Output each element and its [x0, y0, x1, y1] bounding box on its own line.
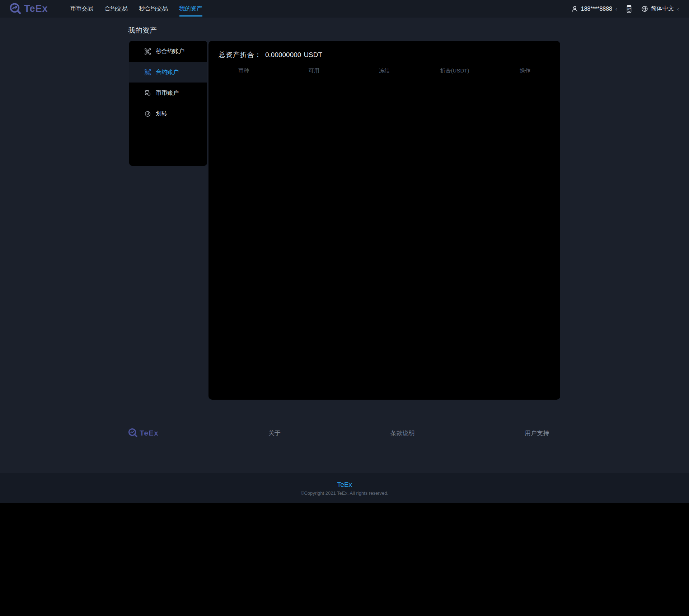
assets-panel: 总资产折合：0.00000000USDT 币种 可用 冻结 折合(USDT) 操…	[208, 41, 560, 400]
language-chevron-icon: ‹	[677, 6, 679, 12]
scan-clock-icon	[144, 48, 151, 55]
sidebar-item-second-contract-account[interactable]: 秒合约账户	[129, 41, 207, 62]
transfer-icon	[144, 110, 151, 117]
magnifier-trend-icon	[128, 428, 139, 438]
total-assets-unit: USDT	[304, 51, 322, 58]
top-navbar: TeEx 币币交易 合约交易 秒合约交易 我的资产 188****8888 ‹	[0, 0, 689, 18]
footer-link-support[interactable]: 用户支持	[525, 429, 549, 437]
page-title: 我的资产	[128, 25, 689, 35]
brand-logo-text: TeEx	[24, 3, 48, 14]
page: TeEx 币币交易 合约交易 秒合约交易 我的资产 188****8888 ‹	[0, 0, 689, 503]
sidebar-item-label: 秒合约账户	[156, 48, 184, 55]
user-icon	[571, 5, 578, 13]
column-header-converted-usdt: 折合(USDT)	[420, 67, 490, 74]
column-header-available: 可用	[279, 67, 349, 74]
app-icon-label: APP	[627, 8, 631, 10]
scan-clock-icon	[144, 69, 151, 76]
user-menu[interactable]: 188****8888 ‹	[571, 5, 617, 13]
nav-item-second-contract-trade[interactable]: 秒合约交易	[133, 0, 174, 18]
sidebar-item-spot-account[interactable]: 币币账户	[129, 83, 207, 103]
bottom-brand[interactable]: TeEx	[337, 481, 352, 489]
coins-icon	[144, 90, 151, 97]
content-row: 秒合约账户 合约账户	[129, 41, 689, 400]
assets-table: 币种 可用 冻结 折合(USDT) 操作	[208, 67, 560, 146]
navbar-right: 188****8888 ‹ APP	[571, 0, 679, 18]
total-assets-label: 总资产折合：	[219, 51, 262, 58]
sidebar-item-contract-account[interactable]: 合约账户	[129, 62, 207, 83]
copyright-text: ©Copyright 2021 TeEx. All rights reserve…	[301, 490, 388, 496]
nav-item-my-assets[interactable]: 我的资产	[174, 0, 208, 18]
main-nav: 币币交易 合约交易 秒合约交易 我的资产	[65, 0, 208, 18]
column-header-actions: 操作	[490, 67, 560, 74]
bottom-bar: TeEx ©Copyright 2021 TeEx. All rights re…	[0, 473, 689, 503]
assets-sidebar: 秒合约账户 合约账户	[129, 41, 207, 166]
app-download-icon[interactable]: APP	[625, 5, 633, 13]
column-header-coin: 币种	[208, 67, 279, 74]
nav-item-spot-trade[interactable]: 币币交易	[65, 0, 99, 18]
footer: TeEx 关于 条款说明 用户支持	[0, 420, 689, 446]
total-assets-value: 0.00000000	[265, 51, 301, 58]
assets-table-body	[208, 74, 560, 146]
column-header-frozen: 冻结	[349, 67, 420, 74]
sidebar-item-label: 划转	[156, 110, 167, 118]
total-assets-line: 总资产折合：0.00000000USDT	[208, 50, 560, 60]
sidebar-item-label: 合约账户	[156, 69, 179, 76]
brand-logo[interactable]: TeEx	[9, 0, 48, 18]
user-phone: 188****8888	[581, 6, 612, 12]
user-chevron-icon: ‹	[615, 6, 617, 12]
language-selector[interactable]: 简体中文 ‹	[641, 5, 679, 13]
nav-item-contract-trade[interactable]: 合约交易	[99, 0, 133, 18]
sidebar-item-transfer[interactable]: 划转	[129, 103, 207, 124]
bottom-black-area	[0, 503, 689, 616]
footer-link-terms[interactable]: 条款说明	[390, 429, 415, 437]
footer-logo[interactable]: TeEx	[128, 428, 159, 438]
footer-link-about[interactable]: 关于	[268, 429, 281, 437]
language-label: 简体中文	[651, 5, 674, 13]
sidebar-item-label: 币币账户	[156, 89, 179, 97]
footer-logo-text: TeEx	[140, 429, 159, 437]
assets-table-header: 币种 可用 冻结 折合(USDT) 操作	[208, 67, 560, 74]
globe-icon	[641, 5, 648, 13]
magnifier-trend-icon	[9, 2, 23, 16]
